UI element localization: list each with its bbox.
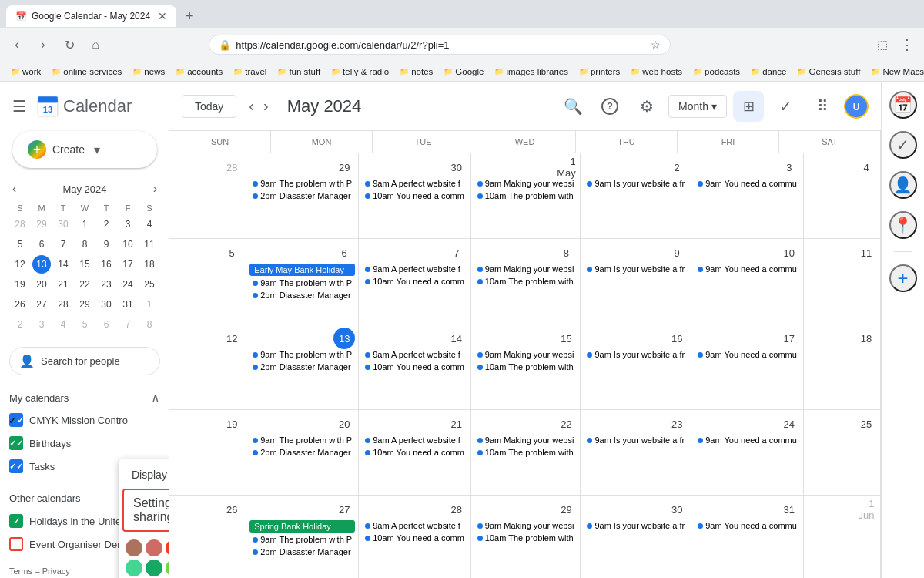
day-cell-2-2[interactable]: 149am A perfect website f10am You need a… bbox=[359, 324, 471, 409]
mini-cal-day-3[interactable]: 3 bbox=[119, 215, 137, 234]
timed-event[interactable]: 9am Making your websi bbox=[474, 435, 578, 445]
timed-event[interactable]: 9am The problem with P bbox=[249, 435, 355, 445]
mini-cal-day-7[interactable]: 7 bbox=[119, 315, 137, 334]
bookmark-google[interactable]: 📁Google bbox=[439, 66, 488, 78]
day-cell-4-3[interactable]: 299am Making your websi10am The problem … bbox=[471, 496, 581, 578]
star-icon[interactable]: ☆ bbox=[651, 39, 661, 51]
timed-event[interactable]: 9am Is your website a fr bbox=[584, 520, 688, 531]
bookmark-web-hosts[interactable]: 📁web hosts bbox=[626, 66, 687, 78]
mini-cal-day-3[interactable]: 3 bbox=[32, 315, 51, 334]
mini-cal-day-8[interactable]: 8 bbox=[75, 235, 94, 254]
cal-item-cmyk[interactable]: ✓ CMYK Mission Contro bbox=[0, 408, 169, 432]
day-number[interactable]: 29 bbox=[333, 156, 355, 178]
timed-event[interactable]: 9am The problem with P bbox=[249, 178, 355, 189]
timed-event[interactable]: 9am You need a commu bbox=[695, 349, 800, 360]
timed-event[interactable]: 9am Is your website a fr bbox=[584, 178, 688, 189]
day-cell-1-4[interactable]: 99am Is your website a fr bbox=[581, 239, 691, 324]
day-cell-1-1[interactable]: 6Early May Bank Holiday9am The problem w… bbox=[246, 239, 359, 324]
day-cell-3-3[interactable]: 229am Making your websi10am The problem … bbox=[471, 410, 581, 495]
bookmark-images[interactable]: 📁images libraries bbox=[490, 66, 573, 78]
mini-cal-day-10[interactable]: 10 bbox=[119, 235, 137, 254]
day-cell-3-1[interactable]: 209am The problem with P2pm Diasaster Ma… bbox=[246, 410, 359, 495]
day-number[interactable]: 18 bbox=[855, 328, 877, 349]
timed-event[interactable]: 2pm Diasaster Manager bbox=[249, 546, 355, 557]
mini-cal-day-2[interactable]: 2 bbox=[97, 215, 116, 234]
day-number[interactable]: 24 bbox=[778, 413, 800, 435]
mini-cal-day-23[interactable]: 23 bbox=[97, 275, 116, 294]
color-swatch-0-0[interactable] bbox=[126, 539, 142, 556]
mini-cal-day-24[interactable]: 24 bbox=[119, 275, 137, 294]
cal-checkbox-event-organiser[interactable] bbox=[9, 537, 23, 551]
mini-cal-day-17[interactable]: 17 bbox=[119, 255, 137, 274]
mini-cal-day-12[interactable]: 12 bbox=[11, 255, 29, 274]
cal-item-birthdays[interactable]: ✓ Birthdays bbox=[0, 432, 169, 455]
day-number[interactable]: 19 bbox=[221, 413, 243, 435]
timed-event[interactable]: 9am The problem with P bbox=[249, 277, 355, 288]
right-sidebar-check-icon[interactable]: ✓ bbox=[889, 131, 917, 159]
view-selector-button[interactable]: Month ▾ bbox=[668, 95, 727, 118]
day-number[interactable]: 12 bbox=[221, 328, 243, 349]
timed-event[interactable]: 9am You need a commu bbox=[695, 264, 800, 274]
day-cell-2-1[interactable]: 139am The problem with P2pm Diasaster Ma… bbox=[246, 324, 359, 409]
day-cell-1-5[interactable]: 109am You need a commu bbox=[691, 239, 804, 324]
timed-event[interactable]: 9am A perfect website f bbox=[362, 264, 467, 274]
day-cell-2-6[interactable]: 18 bbox=[804, 324, 881, 409]
timed-event[interactable]: 9am Making your websi bbox=[474, 520, 578, 531]
day-number[interactable]: 1 Jun bbox=[855, 499, 877, 520]
right-sidebar-person-icon[interactable]: 👤 bbox=[889, 171, 917, 199]
cal-checkbox-holidays[interactable]: ✓ bbox=[9, 514, 23, 528]
day-number[interactable]: 7 bbox=[446, 242, 467, 264]
mini-cal-day-29[interactable]: 29 bbox=[75, 295, 94, 314]
day-cell-3-0[interactable]: 19 bbox=[169, 410, 246, 495]
mini-cal-day-26[interactable]: 26 bbox=[11, 295, 29, 314]
timed-event[interactable]: 10am The problem with bbox=[474, 533, 578, 543]
day-number[interactable]: 22 bbox=[555, 413, 577, 435]
day-number[interactable]: 30 bbox=[666, 499, 688, 520]
day-number[interactable]: 11 bbox=[855, 242, 877, 264]
mini-cal-day-2[interactable]: 2 bbox=[11, 315, 29, 334]
bookmark-accounts[interactable]: 📁accounts bbox=[171, 66, 227, 78]
my-calendars-header[interactable]: My calendars ∧ bbox=[0, 385, 169, 408]
mini-cal-day-27[interactable]: 27 bbox=[32, 295, 51, 314]
timed-event[interactable]: 10am You need a comm bbox=[362, 533, 467, 543]
day-number[interactable]: 17 bbox=[778, 328, 800, 349]
day-cell-4-6[interactable]: 1 Jun bbox=[804, 496, 881, 578]
day-cell-0-4[interactable]: 29am Is your website a fr bbox=[581, 153, 691, 238]
user-avatar[interactable]: U bbox=[844, 94, 869, 119]
timed-event[interactable]: 9am You need a commu bbox=[695, 178, 800, 189]
day-number[interactable]: 10 bbox=[778, 242, 800, 264]
bookmark-work[interactable]: 📁work bbox=[6, 66, 45, 78]
bookmark-fun-stuff[interactable]: 📁fun stuff bbox=[273, 66, 325, 78]
timed-event[interactable]: 9am Is your website a fr bbox=[584, 349, 688, 360]
mini-cal-day-25[interactable]: 25 bbox=[140, 275, 159, 294]
color-swatch-1-2[interactable] bbox=[166, 560, 169, 576]
timed-event[interactable]: 2pm Diasaster Manager bbox=[249, 447, 355, 458]
search-people-bar[interactable]: 👤 Search for people bbox=[9, 347, 160, 375]
right-sidebar-calendar-icon[interactable]: 📅 bbox=[889, 91, 917, 119]
day-number[interactable]: 2 bbox=[666, 156, 688, 178]
day-cell-3-5[interactable]: 249am You need a commu bbox=[691, 410, 804, 495]
create-button[interactable]: + Create ▾ bbox=[12, 131, 157, 168]
help-button[interactable]: ? bbox=[594, 91, 625, 122]
timed-event[interactable]: 9am The problem with P bbox=[249, 534, 355, 545]
back-button[interactable]: ‹ bbox=[6, 34, 28, 55]
mini-cal-day-18[interactable]: 18 bbox=[140, 255, 159, 274]
mini-cal-day-19[interactable]: 19 bbox=[11, 275, 29, 294]
mini-cal-day-30[interactable]: 30 bbox=[54, 215, 72, 234]
timed-event[interactable]: 10am You need a comm bbox=[362, 361, 467, 372]
color-swatch-1-0[interactable] bbox=[126, 560, 142, 576]
day-number[interactable]: 25 bbox=[855, 413, 877, 435]
day-number[interactable]: 3 bbox=[778, 156, 800, 178]
timed-event[interactable]: 9am Making your websi bbox=[474, 349, 578, 360]
day-cell-4-0[interactable]: 26 bbox=[169, 496, 246, 578]
context-menu-display-only[interactable]: Display this only bbox=[119, 462, 169, 487]
day-cell-2-0[interactable]: 12 bbox=[169, 324, 246, 409]
mini-cal-next-button[interactable]: › bbox=[150, 180, 160, 197]
timed-event[interactable]: 2pm Diasaster Manager bbox=[249, 361, 355, 372]
day-cell-4-1[interactable]: 27Spring Bank Holiday9am The problem wit… bbox=[246, 496, 359, 578]
mini-cal-day-9[interactable]: 9 bbox=[97, 235, 116, 254]
day-cell-3-6[interactable]: 25 bbox=[804, 410, 881, 495]
footer-terms[interactable]: Terms bbox=[9, 566, 32, 576]
timed-event[interactable]: 9am Is your website a fr bbox=[584, 264, 688, 274]
day-cell-2-3[interactable]: 159am Making your websi10am The problem … bbox=[471, 324, 581, 409]
